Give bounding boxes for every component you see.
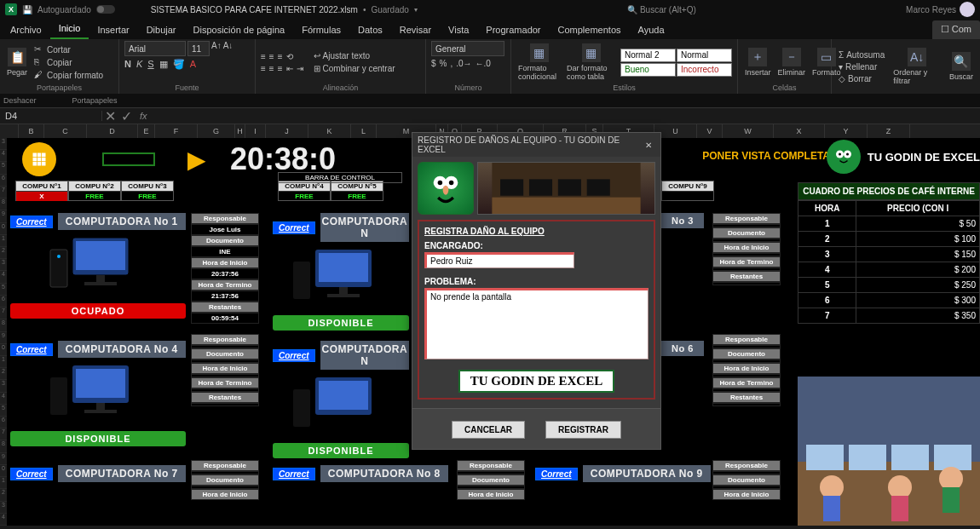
indent-inc-icon[interactable]: ⇥ <box>297 64 303 73</box>
correct-button-5[interactable]: Correct <box>273 349 315 362</box>
problema-textarea[interactable] <box>424 288 649 359</box>
encargado-input[interactable] <box>424 252 574 268</box>
tab-dibujar[interactable]: Dibujar <box>138 21 185 39</box>
svg-rect-37 <box>934 445 971 470</box>
correct-button-7[interactable]: Correct <box>10 468 53 480</box>
ribbon-tabs: Archivo Inicio Insertar Dibujar Disposic… <box>0 19 980 39</box>
svg-point-47 <box>449 181 454 186</box>
wrap-text-button[interactable]: ↩ Ajustar texto <box>312 50 397 61</box>
percent-icon[interactable]: % <box>440 59 447 68</box>
pc9-side-info: Responsable Documento Hora de Inicio <box>712 460 781 500</box>
autosave-toggle[interactable] <box>96 5 115 14</box>
pc-title-4: COMPUTADORA No 4 <box>58 341 186 358</box>
decrease-font-icon[interactable]: A↓ <box>223 41 233 56</box>
tab-datos[interactable]: Datos <box>349 21 391 39</box>
font-color-button[interactable]: A <box>190 59 196 70</box>
tab-disposicion[interactable]: Disposición de página <box>185 21 294 39</box>
menu-button[interactable] <box>22 142 56 176</box>
increase-font-icon[interactable]: A↑ <box>211 41 222 56</box>
find-select-button[interactable]: 🔍Buscar <box>948 52 975 81</box>
font-name-select[interactable] <box>124 41 186 56</box>
modal-close-button[interactable]: ✕ <box>642 141 655 150</box>
cell-style-normal2[interactable]: Normal 2 <box>620 49 676 62</box>
align-mid-icon[interactable]: ≡ <box>269 52 274 61</box>
align-center-icon[interactable]: ≡ <box>269 64 274 73</box>
tab-inicio[interactable]: Inicio <box>50 20 89 39</box>
save-icon[interactable]: 💾 <box>22 5 32 14</box>
currency-icon[interactable]: $ <box>431 59 436 68</box>
clipboard-launcher-label[interactable]: Portapapeles <box>72 96 118 105</box>
conditional-format-button[interactable]: ▦Formato condicional <box>516 43 562 81</box>
tab-insertar[interactable]: Insertar <box>89 21 137 39</box>
sort-filter-button[interactable]: A↓Ordenar y filtrar <box>891 48 943 85</box>
dec-decimal-icon[interactable]: ←.0 <box>476 59 491 68</box>
format-as-table-button[interactable]: ▦Dar formato como tabla <box>565 43 617 81</box>
search-box[interactable]: 🔍 Buscar (Alt+Q) <box>533 5 789 14</box>
copy-button[interactable]: ⎘Copiar <box>32 56 105 68</box>
bold-button[interactable]: N <box>124 59 131 70</box>
border-button[interactable]: ▦ <box>159 59 168 70</box>
correct-button-4[interactable]: Correct <box>10 343 53 356</box>
cancel-button[interactable]: CANCELAR <box>452 421 525 439</box>
full-view-button[interactable]: PONER VISTA COMPLETA <box>702 150 830 162</box>
price-row: 2$ 100 <box>798 232 980 247</box>
modal-logo <box>418 162 474 215</box>
correct-button-9[interactable]: Correct <box>535 468 578 480</box>
inc-decimal-icon[interactable]: .0→ <box>456 59 471 68</box>
pc-panel-7: Correct COMPUTADORA No 7 <box>10 465 186 482</box>
cell-style-bad[interactable]: Incorrecto <box>677 63 732 77</box>
underline-button[interactable]: S <box>147 59 153 70</box>
delete-icon: － <box>782 48 801 66</box>
font-size-select[interactable] <box>187 41 210 56</box>
fx-cancel-icon[interactable]: ✕ <box>102 108 118 124</box>
fx-accept-icon[interactable]: ✓ <box>118 108 135 124</box>
tab-programador[interactable]: Programador <box>477 21 549 39</box>
align-bot-icon[interactable]: ≡ <box>278 52 283 61</box>
comma-icon[interactable]: , <box>450 59 453 68</box>
tab-revisar[interactable]: Revisar <box>391 21 440 39</box>
align-right-icon[interactable]: ≡ <box>278 64 283 73</box>
tab-complementos[interactable]: Complementos <box>550 21 630 39</box>
cond-format-icon: ▦ <box>530 43 549 62</box>
autosum-button[interactable]: Σ Autosuma <box>837 49 886 60</box>
orientation-icon[interactable]: ⟲ <box>286 52 293 61</box>
svg-rect-1 <box>37 153 42 158</box>
number-format-select[interactable] <box>431 41 504 56</box>
svg-rect-0 <box>33 153 37 158</box>
cut-button[interactable]: ✂Cortar <box>32 43 105 55</box>
indent-dec-icon[interactable]: ⇤ <box>286 64 293 73</box>
font-group-label: Fuente <box>124 83 250 94</box>
delete-cells-button[interactable]: －Eliminar <box>776 48 808 77</box>
correct-button-2[interactable]: Correct <box>273 221 315 234</box>
fill-color-button[interactable]: 🪣 <box>173 59 185 70</box>
pc1-side-info: ResponsableJose Luis DocumentoINE Hora d… <box>191 213 259 324</box>
fill-button[interactable]: ▾ Rellenar <box>837 61 886 72</box>
format-painter-button[interactable]: 🖌Copiar formato <box>32 69 105 81</box>
register-button[interactable]: REGISTRAR <box>545 421 621 439</box>
insert-cells-button[interactable]: ＋Insertar <box>743 48 773 77</box>
user-avatar[interactable] <box>960 2 975 17</box>
compu-strip-mid: COMPU N°4FREE COMPU N°5FREE <box>278 181 383 201</box>
correct-button-1[interactable]: Correct <box>10 216 53 228</box>
tab-archivo[interactable]: Archivo <box>2 21 50 39</box>
svg-point-38 <box>820 475 844 499</box>
merge-center-button[interactable]: ⊞ Combinar y centrar <box>312 63 397 74</box>
align-left-icon[interactable]: ≡ <box>261 64 266 73</box>
correct-button-8[interactable]: Correct <box>273 468 315 480</box>
alignment-group-label: Alineación <box>261 83 420 94</box>
clear-button[interactable]: ◇ Borrar <box>837 73 886 84</box>
svg-rect-25 <box>76 369 125 398</box>
cell-style-normal[interactable]: Normal <box>677 49 732 62</box>
tab-ayuda[interactable]: Ayuda <box>630 21 673 39</box>
align-top-icon[interactable]: ≡ <box>261 52 266 61</box>
play-button[interactable]: ▶ <box>187 146 206 174</box>
tab-vista[interactable]: Vista <box>440 21 477 39</box>
cell-style-good[interactable]: Bueno <box>620 63 676 77</box>
paste-button[interactable]: 📋 Pegar <box>5 48 29 77</box>
comments-button[interactable]: ☐ Com <box>932 20 980 39</box>
name-box[interactable]: D4 <box>0 111 102 121</box>
price-row: 3$ 150 <box>798 247 980 262</box>
italic-button[interactable]: K <box>136 59 142 70</box>
tab-formulas[interactable]: Fórmulas <box>293 21 349 39</box>
fx-icon[interactable]: fx <box>135 111 153 121</box>
